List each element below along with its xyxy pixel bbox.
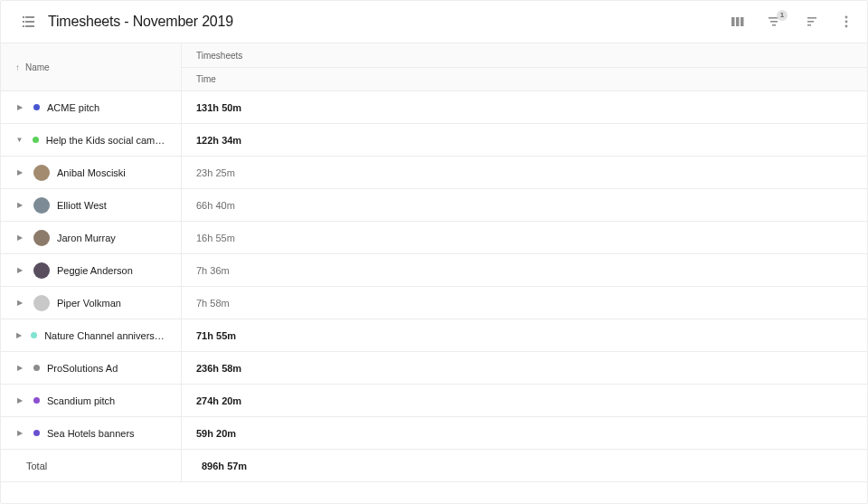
avatar <box>33 197 50 214</box>
filter-icon[interactable]: 1 <box>766 14 782 30</box>
project-row[interactable]: ▶ Scandium pitch 274h 20m <box>1 385 867 417</box>
user-name: Anibal Mosciski <box>57 167 126 178</box>
table-header: ↑ Name Timesheets Time <box>1 43 867 91</box>
expand-icon[interactable]: ▶ <box>14 362 26 375</box>
project-time: 71h 55m <box>196 330 236 341</box>
svg-rect-11 <box>772 24 776 26</box>
user-time: 7h 36m <box>196 265 230 276</box>
list-view-icon[interactable] <box>21 14 37 30</box>
project-row[interactable]: ▼ Help the Kids social campaign 122h 34m <box>1 124 867 157</box>
total-time: 896h 57m <box>196 461 247 471</box>
user-name: Piper Volkman <box>57 298 121 309</box>
user-row[interactable]: ▶ Anibal Mosciski 23h 25m <box>1 157 867 189</box>
expand-icon[interactable]: ▶ <box>14 232 26 244</box>
page-title: Timesheets - November 2019 <box>48 14 233 30</box>
expand-icon[interactable]: ▶ <box>14 395 26 407</box>
user-row[interactable]: ▶ Jaron Murray 16h 55m <box>1 222 867 254</box>
user-row[interactable]: ▶ Piper Volkman 7h 58m <box>1 287 867 319</box>
user-time: 7h 58m <box>196 298 230 309</box>
expand-icon[interactable]: ▶ <box>14 329 24 342</box>
columns-icon[interactable] <box>730 14 746 30</box>
project-name: Nature Channel anniversary cam… <box>44 330 168 341</box>
expand-icon[interactable]: ▶ <box>14 166 26 179</box>
expand-icon[interactable]: ▶ <box>14 427 26 440</box>
project-name: ProSolutions Ad <box>47 363 118 374</box>
topbar: Timesheets - November 2019 1 <box>1 1 867 43</box>
project-time: 236h 58m <box>196 363 241 374</box>
sort-icon[interactable] <box>802 14 818 30</box>
svg-rect-1 <box>25 16 34 18</box>
avatar <box>33 165 50 181</box>
sort-asc-icon: ↑ <box>15 62 20 72</box>
svg-rect-12 <box>807 17 816 19</box>
column-header-name[interactable]: ↑ Name <box>1 43 181 90</box>
svg-rect-10 <box>770 21 778 23</box>
svg-rect-2 <box>23 21 24 23</box>
user-name: Jaron Murray <box>57 233 116 243</box>
expand-icon[interactable]: ▶ <box>14 199 26 212</box>
user-name: Elliott West <box>57 200 107 211</box>
project-name: ACME pitch <box>47 102 99 113</box>
project-color-dot <box>33 430 40 436</box>
column-header-timesheets-label: Timesheets <box>196 51 242 61</box>
user-time: 66h 40m <box>196 200 235 211</box>
project-name: Help the Kids social campaign <box>46 135 168 146</box>
user-row[interactable]: ▶ Peggie Anderson 7h 36m <box>1 254 867 287</box>
svg-rect-8 <box>741 17 744 26</box>
total-row: Total 896h 57m <box>1 450 867 482</box>
user-time: 16h 55m <box>196 233 235 243</box>
user-row[interactable]: ▶ Elliott West 66h 40m <box>1 189 867 222</box>
project-time: 274h 20m <box>196 395 241 406</box>
column-header-name-label: Name <box>25 62 50 72</box>
project-color-dot <box>33 137 39 143</box>
project-time: 122h 34m <box>196 135 241 146</box>
column-header-time[interactable]: Time <box>182 67 867 90</box>
project-color-dot <box>33 104 40 110</box>
project-time: 131h 50m <box>196 102 241 113</box>
project-row[interactable]: ▶ Nature Channel anniversary cam… 71h 55… <box>1 319 867 352</box>
table-body: ▶ ACME pitch 131h 50m ▼ Help the Kids so… <box>1 91 867 503</box>
user-name: Peggie Anderson <box>57 265 133 276</box>
user-time: 23h 25m <box>196 167 235 178</box>
svg-rect-0 <box>23 16 24 18</box>
project-color-dot <box>33 365 40 371</box>
project-row[interactable]: ▶ Sea Hotels banners 59h 20m <box>1 417 867 450</box>
svg-rect-3 <box>25 21 34 23</box>
svg-rect-6 <box>731 17 735 26</box>
project-color-dot <box>31 332 37 338</box>
total-label: Total <box>26 461 47 471</box>
svg-point-15 <box>845 16 848 19</box>
more-icon[interactable] <box>838 14 854 30</box>
svg-rect-14 <box>807 24 811 26</box>
filter-count-badge: 1 <box>777 10 788 21</box>
svg-rect-5 <box>25 25 34 27</box>
collapse-icon[interactable]: ▼ <box>14 134 25 147</box>
project-name: Scandium pitch <box>47 395 115 406</box>
column-header-time-label: Time <box>196 74 216 84</box>
expand-icon[interactable]: ▶ <box>14 297 26 309</box>
avatar <box>33 262 50 279</box>
svg-point-16 <box>845 21 848 24</box>
svg-point-17 <box>845 25 848 28</box>
svg-rect-7 <box>736 17 740 26</box>
project-time: 59h 20m <box>196 428 236 439</box>
project-name: Sea Hotels banners <box>47 428 135 439</box>
expand-icon[interactable]: ▶ <box>14 101 26 114</box>
svg-rect-13 <box>807 21 814 23</box>
avatar <box>33 295 50 311</box>
column-header-timesheets[interactable]: Timesheets <box>182 43 867 67</box>
svg-rect-4 <box>23 25 24 27</box>
expand-icon[interactable]: ▶ <box>14 264 26 277</box>
project-row[interactable]: ▶ ProSolutions Ad 236h 58m <box>1 352 867 385</box>
project-color-dot <box>33 397 40 404</box>
project-row[interactable]: ▶ ACME pitch 131h 50m <box>1 91 867 124</box>
avatar <box>33 230 50 246</box>
